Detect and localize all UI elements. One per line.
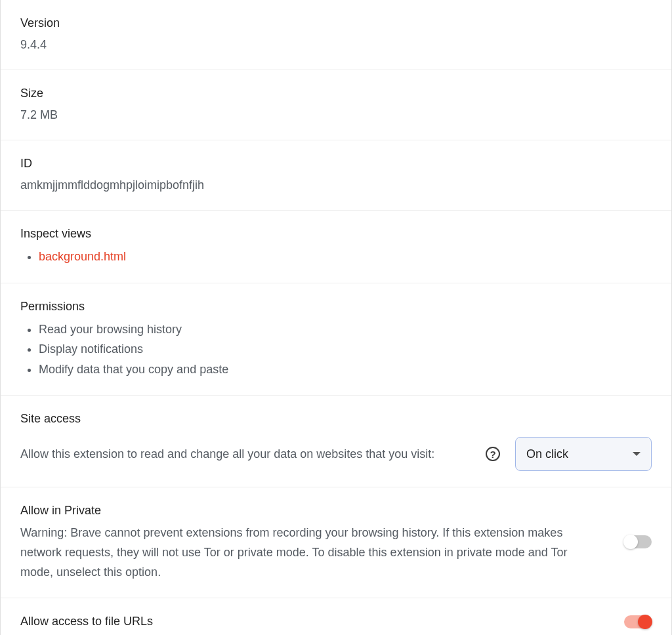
- section-permissions: Permissions Read your browsing history D…: [1, 283, 671, 396]
- site-access-select[interactable]: On click: [515, 437, 652, 471]
- site-access-description: Allow this extension to read and change …: [20, 445, 473, 464]
- section-allow-file-urls: Allow access to file URLs: [1, 598, 671, 635]
- section-inspect-views: Inspect views background.html: [1, 211, 671, 283]
- toggle-knob: [638, 615, 652, 629]
- allow-in-private-description: Warning: Brave cannot prevent extensions…: [20, 523, 598, 582]
- inspect-view-item: background.html: [39, 247, 652, 267]
- permission-item: Read your browsing history: [39, 319, 652, 340]
- allow-file-urls-label: Allow access to file URLs: [20, 613, 153, 630]
- allow-file-urls-toggle[interactable]: [624, 615, 652, 628]
- inspect-views-label: Inspect views: [20, 225, 652, 243]
- section-version: Version 9.4.4: [1, 0, 671, 70]
- size-value: 7.2 MB: [20, 106, 652, 124]
- permission-item: Modify data that you copy and paste: [39, 359, 652, 380]
- section-allow-in-private: Allow in Private Warning: Brave cannot p…: [1, 487, 671, 598]
- extension-details-panel: Version 9.4.4 Size 7.2 MB ID amkmjjmmfld…: [0, 0, 672, 635]
- allow-in-private-toggle[interactable]: [624, 535, 652, 548]
- size-label: Size: [20, 85, 652, 102]
- toggle-knob: [623, 535, 638, 549]
- chevron-down-icon: [633, 452, 640, 456]
- section-id: ID amkmjjmmflddogmhpjloimipbofnfjih: [1, 140, 671, 211]
- allow-in-private-label: Allow in Private: [20, 502, 612, 520]
- site-access-label: Site access: [20, 410, 652, 428]
- permissions-list: Read your browsing history Display notif…: [20, 319, 652, 380]
- version-label: Version: [20, 14, 652, 32]
- inspect-views-list: background.html: [20, 247, 652, 267]
- permissions-label: Permissions: [20, 298, 652, 316]
- section-site-access: Site access Allow this extension to read…: [1, 396, 671, 487]
- id-value: amkmjjmmflddogmhpjloimipbofnfjih: [20, 176, 652, 194]
- id-label: ID: [20, 155, 652, 173]
- help-icon[interactable]: ?: [486, 447, 500, 461]
- version-value: 9.4.4: [20, 36, 652, 54]
- permission-item: Display notifications: [39, 339, 652, 359]
- site-access-select-value: On click: [526, 447, 568, 461]
- inspect-view-link[interactable]: background.html: [39, 250, 126, 263]
- section-size: Size 7.2 MB: [1, 70, 671, 140]
